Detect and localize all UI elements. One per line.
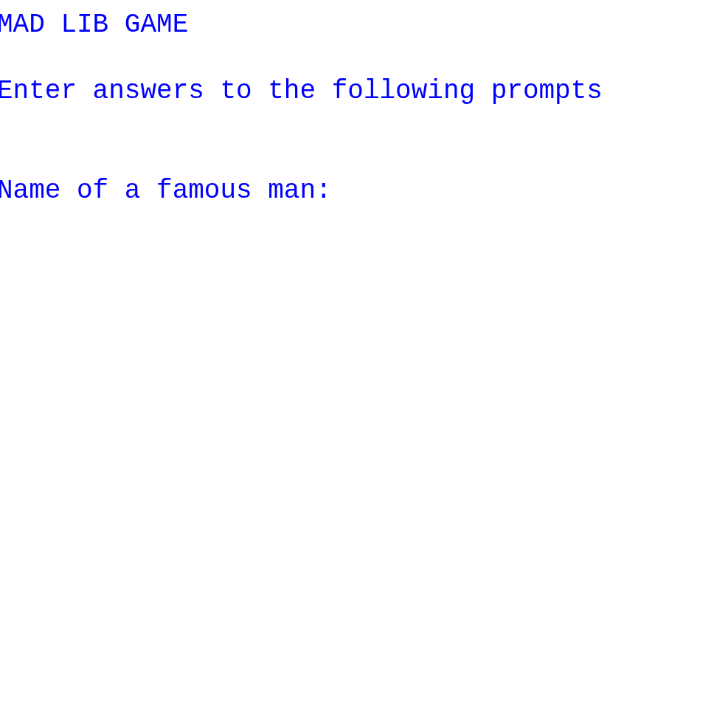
instruction-line: Enter answers to the following prompts [0,75,725,108]
console-output: MAD LIB GAME Enter answers to the follow… [0,0,725,241]
title-line: MAD LIB GAME [0,8,725,41]
prompt-label: Name of a famous man: [0,174,347,207]
prompt-line: Name of a famous man: [0,174,725,207]
prompt-input[interactable] [347,176,725,206]
